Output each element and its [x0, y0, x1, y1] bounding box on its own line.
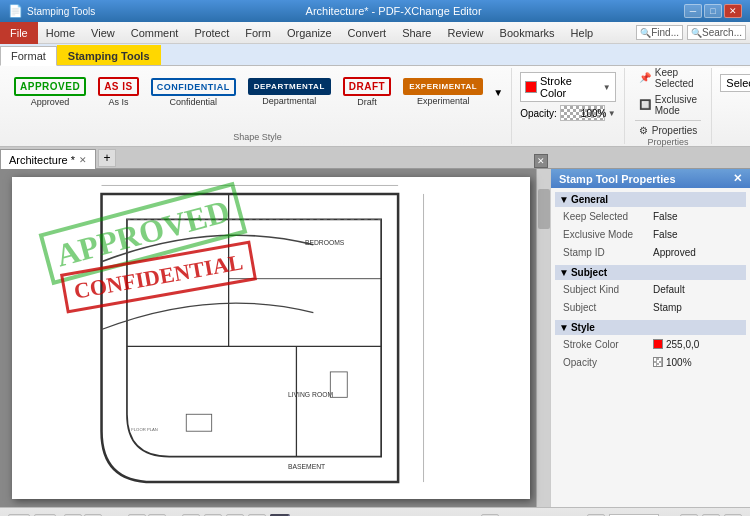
menu-item-protect[interactable]: Protect: [186, 22, 237, 44]
panel-close-x-button[interactable]: ✕: [534, 154, 548, 168]
properties-panel: Stamp Tool Properties ✕ ▼ General Keep S…: [550, 169, 750, 507]
selected-dropdown[interactable]: Selected ▼: [720, 74, 750, 92]
search-label: Search...: [702, 27, 742, 38]
properties-icon: ⚙: [639, 125, 648, 136]
svg-text:LIVING ROOM: LIVING ROOM: [288, 391, 333, 398]
main-area: BEDROOMS LIVING ROOM BASEMENT FLOOR PLAN…: [0, 169, 750, 507]
ribbon-section-controls: Stroke Color ▼ Opacity: 100% ▼: [512, 68, 625, 144]
opacity-prop-swatch: [653, 357, 663, 367]
properties-label: Properties: [652, 125, 698, 136]
menu-item-home[interactable]: Home: [38, 22, 83, 44]
panel-subject-header[interactable]: ▼ Subject: [555, 265, 746, 280]
properties-btn[interactable]: ⚙ Properties: [635, 124, 702, 137]
stamp-button-row: APPROVED Approved AS IS As Is CONFIDENTI…: [10, 70, 505, 114]
tab-stamping-tools[interactable]: Stamping Tools: [57, 45, 161, 65]
panel-general-header[interactable]: ▼ General: [555, 192, 746, 207]
panel-style-header[interactable]: ▼ Style: [555, 320, 746, 335]
stamp-approved-btn[interactable]: APPROVED Approved: [10, 74, 90, 110]
stamp-experimental-label: EXPERIMENTAL: [403, 78, 483, 95]
stamp-as-is-caption: As Is: [108, 97, 128, 107]
search-bar[interactable]: 🔍 Search...: [687, 25, 746, 40]
keep-selected-btn[interactable]: 📌 Keep Selected: [635, 66, 702, 90]
opacity-dropdown-icon: ▼: [608, 109, 616, 118]
stamp-experimental-btn[interactable]: EXPERIMENTAL Experimental: [399, 75, 487, 109]
doc-tab-architecture[interactable]: Architecture * ✕: [0, 149, 96, 169]
properties-section-label: Properties: [635, 137, 702, 147]
stamp-departmental-btn[interactable]: DEPARTMENTAL Departmental: [244, 75, 335, 109]
selected-label: Selected: [726, 77, 750, 89]
stamp-departmental-caption: Departmental: [262, 96, 316, 106]
opacity-value: 100%: [581, 108, 607, 119]
opacity-prop-text: 100%: [666, 357, 692, 368]
stroke-color-swatch: [525, 81, 537, 93]
subject-kind-key: Subject Kind: [563, 284, 653, 295]
close-button[interactable]: ✕: [724, 4, 742, 18]
pdf-scrollbar-thumb[interactable]: [538, 189, 550, 229]
status-bar: ⚙ ▤ |◄ ◄ 1/3 ► ►| ⊞ ↔ ↺ ↻ ▭ − + 100% 75%…: [0, 507, 750, 516]
pdf-scrollbar[interactable]: [536, 169, 550, 507]
panel-header: Stamp Tool Properties ✕: [551, 169, 750, 188]
properties-section-divider: ⚙ Properties Properties: [635, 120, 702, 147]
collapse-general-icon: ▼: [559, 194, 569, 205]
stamp-approved-caption: Approved: [31, 97, 70, 107]
doc-tab-close-icon[interactable]: ✕: [79, 155, 87, 165]
window-title: Architecture* - PDF-XChange Editor: [103, 5, 684, 17]
menu-item-convert[interactable]: Convert: [340, 22, 395, 44]
stroke-color-prop-value: 255,0,0: [653, 339, 699, 350]
style-header-label: Style: [571, 322, 595, 333]
exclusive-mode-value: False: [653, 229, 677, 240]
exclusive-mode-icon: 🔲: [639, 99, 651, 110]
stamp-confidential-label: CONFIDENTIAL: [151, 78, 236, 96]
collapse-subject-icon: ▼: [559, 267, 569, 278]
stroke-color-prop-key: Stroke Color: [563, 339, 653, 350]
stamp-approved-label: APPROVED: [14, 77, 86, 96]
panel-row-opacity-prop: Opacity 100%: [555, 353, 746, 371]
stamp-draft-btn[interactable]: DRAFT Draft: [339, 74, 395, 110]
menu-item-share[interactable]: Share: [394, 22, 439, 44]
subject-kind-value: Default: [653, 284, 685, 295]
ribbon: Format Stamping Tools APPROVED Approved …: [0, 44, 750, 147]
stamp-confidential-btn[interactable]: CONFIDENTIAL Confidential: [147, 75, 240, 110]
find-bar[interactable]: 🔍 Find...: [636, 25, 683, 40]
menu-item-comment[interactable]: Comment: [123, 22, 187, 44]
panel-section-general: ▼ General Keep Selected False Exclusive …: [555, 192, 746, 261]
exclusive-mode-btn[interactable]: 🔲 Exclusive Mode: [635, 93, 702, 117]
panel-row-keep-selected: Keep Selected False: [555, 207, 746, 225]
menu-item-bookmarks[interactable]: Bookmarks: [492, 22, 563, 44]
panel-close-button[interactable]: ✕: [733, 172, 742, 185]
stamp-as-is-btn[interactable]: AS IS As Is: [94, 74, 143, 110]
find-icon: 🔍: [640, 28, 651, 38]
stamp-id-key: Stamp ID: [563, 247, 653, 258]
menu-item-file[interactable]: File: [0, 22, 38, 44]
subject-header-label: Subject: [571, 267, 607, 278]
panel-section-subject: ▼ Subject Subject Kind Default Subject S…: [555, 265, 746, 316]
keep-selected-icon: 📌: [639, 72, 651, 83]
stroke-color-control[interactable]: Stroke Color ▼: [520, 72, 616, 102]
menu-item-review[interactable]: Review: [439, 22, 491, 44]
collapse-style-icon: ▼: [559, 322, 569, 333]
panel-body: ▼ General Keep Selected False Exclusive …: [551, 188, 750, 507]
exclusive-mode-key: Exclusive Mode: [563, 229, 653, 240]
opacity-input[interactable]: 100%: [560, 105, 605, 121]
menu-item-form[interactable]: Form: [237, 22, 279, 44]
menu-item-organize[interactable]: Organize: [279, 22, 340, 44]
general-header-label: General: [571, 194, 608, 205]
keep-selected-label: Keep Selected: [655, 67, 698, 89]
minimize-button[interactable]: ─: [684, 4, 702, 18]
maximize-button[interactable]: □: [704, 4, 722, 18]
svg-text:FLOOR PLAN: FLOOR PLAN: [131, 427, 158, 432]
doc-tab-label: Architecture *: [9, 154, 75, 166]
menu-item-view[interactable]: View: [83, 22, 123, 44]
stamp-draft-caption: Draft: [357, 97, 377, 107]
stamps-dropdown-btn[interactable]: ▼: [491, 74, 505, 110]
menu-item-help[interactable]: Help: [563, 22, 602, 44]
find-label: Find...: [651, 27, 679, 38]
pdf-viewer: BEDROOMS LIVING ROOM BASEMENT FLOOR PLAN…: [0, 169, 550, 507]
add-tab-button[interactable]: +: [98, 149, 116, 167]
stamp-experimental-caption: Experimental: [417, 96, 470, 106]
stroke-color-prop-swatch[interactable]: [653, 339, 663, 349]
panel-title: Stamp Tool Properties: [559, 173, 676, 185]
stroke-color-label: Stroke Color: [540, 75, 600, 99]
tab-format[interactable]: Format: [0, 46, 57, 66]
pdf-page: BEDROOMS LIVING ROOM BASEMENT FLOOR PLAN…: [12, 177, 530, 499]
